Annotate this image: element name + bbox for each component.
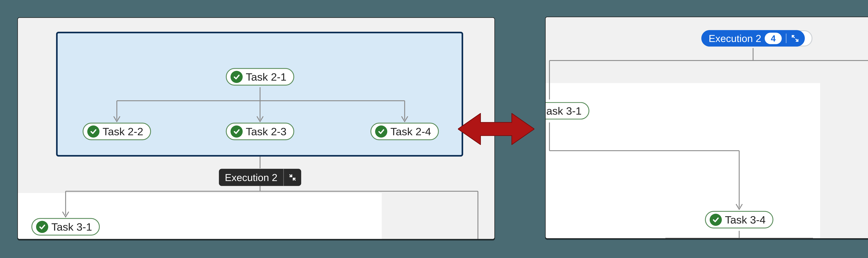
task-label: Task 3-4 <box>725 214 766 226</box>
task-label: ask 3-1 <box>546 105 582 117</box>
task-node[interactable]: Task 2-1 <box>226 68 294 86</box>
task-node[interactable]: Task 3-4 <box>705 211 773 228</box>
task-node-partial[interactable]: ask 3-1 <box>545 102 589 120</box>
task-node[interactable]: Task 2-3 <box>226 123 294 140</box>
check-circle-icon <box>36 221 48 233</box>
task-label: Task 2-2 <box>102 125 143 138</box>
count-badge: 4 <box>765 33 782 44</box>
separator <box>786 34 786 43</box>
svg-marker-4 <box>458 113 534 145</box>
group-label: Execution 2 <box>709 33 761 44</box>
task-node[interactable]: Task 2-4 <box>370 123 439 140</box>
check-circle-icon <box>230 71 243 83</box>
group-label: Execution 2 <box>219 169 283 186</box>
collapse-icon[interactable] <box>284 169 301 186</box>
task-label: Task 2-1 <box>246 71 286 83</box>
right-panel-collapsed-state: Execution 2 4 ask 3-1 Task 3-4 <box>545 16 868 239</box>
collapsed-group-pill[interactable]: Execution 2 4 <box>701 30 805 47</box>
bidirectional-arrow-icon <box>458 108 534 150</box>
left-panel-expanded-state: Task 2-1 Task 2-2 Task 2-3 Task 2-4 Exec… <box>18 17 495 239</box>
task-label: Task 2-4 <box>391 125 431 138</box>
task-label: Task 2-3 <box>246 125 286 138</box>
group-collapse-pill[interactable]: Execution 2 <box>219 169 301 186</box>
task-node[interactable]: Task 2-2 <box>83 123 151 140</box>
task-node[interactable]: Task 3-1 <box>31 218 100 236</box>
check-circle-icon <box>710 214 722 226</box>
task-label: Task 3-1 <box>51 221 92 233</box>
expand-icon[interactable] <box>790 35 801 42</box>
check-circle-icon <box>87 125 99 138</box>
check-circle-icon <box>375 125 387 138</box>
check-circle-icon <box>230 125 243 138</box>
